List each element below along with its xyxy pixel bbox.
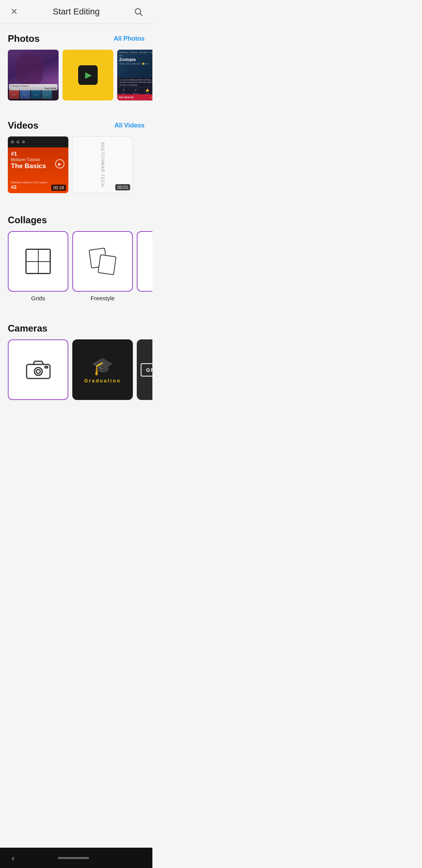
video-duration: 00:01 [115, 184, 130, 190]
videos-section-header: Videos All Videos [0, 120, 152, 131]
svg-point-4 [36, 369, 40, 373]
camera-icon [25, 359, 52, 380]
photos-scroll-row: Adv 100+ Tmpl Tool 12 Months: €2.91/mo ●… [0, 50, 152, 100]
zootopia-title: Zootopia [119, 57, 152, 62]
grad-text: Graduation [84, 378, 121, 384]
photos-section-header: Photos All Photos [0, 33, 152, 44]
video-num2: #2 [11, 184, 16, 190]
camera-item[interactable]: ✦ ✦ ✦ GRADUATION ✦ ✦ ✦ [137, 339, 152, 400]
page-title: Start Editing [53, 7, 100, 17]
videos-section: Videos All Videos ⊞ ⊟ ⚙ #1 Mobizen Tutor… [0, 111, 152, 199]
svg-line-1 [140, 14, 143, 16]
video-item[interactable]: SKETCHMAR.TECH 00:01 [72, 136, 133, 193]
all-photos-link[interactable]: All Photos [114, 35, 145, 42]
header: ✕ Start Editing [0, 0, 152, 24]
collages-section-header: Collages [0, 215, 152, 226]
videos-title: Videos [8, 120, 38, 131]
close-icon[interactable]: ✕ [8, 5, 20, 18]
all-videos-link[interactable]: All Videos [114, 122, 145, 129]
video-duration: 00:28 [51, 185, 66, 191]
cameras-section: Cameras 🎓 Graduation ✦ ✦ ✦ G [0, 314, 152, 406]
cameras-scroll-row: 🎓 Graduation ✦ ✦ ✦ GRADUATION ✦ ✦ ✦ 🌹 [0, 339, 152, 400]
play-icon [78, 65, 98, 85]
collage-thumb-frames [137, 231, 152, 292]
video-item[interactable]: ⊞ ⊟ ⚙ #1 Mobizen Tutorial The Basics ▶ M… [8, 136, 68, 193]
collage-item[interactable]: Grids [8, 231, 68, 301]
video-footer: Mobizen tutorial #1 the basics [11, 181, 47, 184]
freestyle-icon [90, 249, 115, 274]
collages-title: Collages [8, 215, 47, 226]
zootopia-description: In a city of anthropomorphic animals, a … [117, 78, 152, 87]
photo-item[interactable]: Adv 100+ Tmpl Tool 12 Months: €2.91/mo ●… [8, 50, 59, 100]
camera-item[interactable] [8, 339, 68, 400]
photo-item[interactable]: Adventure · Comedy · Animation · Crime ·… [117, 50, 152, 100]
video-watermark: SKETCHMAR.TECH [100, 142, 105, 187]
photo-item[interactable] [63, 50, 113, 100]
photos-section: Photos All Photos Adv 100+ Tmpl Tool 12 … [0, 24, 152, 107]
camera-item[interactable]: 🎓 Graduation [72, 339, 133, 400]
photos-title: Photos [8, 33, 39, 44]
videos-scroll-row: ⊞ ⊟ ⚙ #1 Mobizen Tutorial The Basics ▶ M… [0, 136, 152, 193]
collage-label: Freestyle [91, 295, 115, 301]
collage-thumb-grids [8, 231, 68, 292]
video-badge: #1 [11, 151, 65, 157]
svg-point-3 [34, 368, 42, 375]
collages-scroll-row: Grids Freestyle Frames [0, 231, 152, 301]
collage-item[interactable]: Freestyle [72, 231, 133, 301]
cameras-section-header: Cameras [0, 323, 152, 334]
cameras-title: Cameras [8, 323, 47, 334]
collage-thumb-freestyle [72, 231, 133, 292]
svg-rect-5 [45, 366, 48, 368]
search-icon[interactable] [132, 5, 145, 18]
collage-item[interactable]: Frames [137, 231, 152, 301]
grad-cap-icon: 🎓 [92, 356, 113, 376]
grids-icon [25, 249, 51, 274]
graduation-badge: GRADUATION [141, 363, 152, 377]
collages-section: Collages Grids Freestyle [0, 205, 152, 308]
collage-label: Grids [31, 295, 45, 301]
video-play-icon: ▶ [55, 159, 64, 169]
